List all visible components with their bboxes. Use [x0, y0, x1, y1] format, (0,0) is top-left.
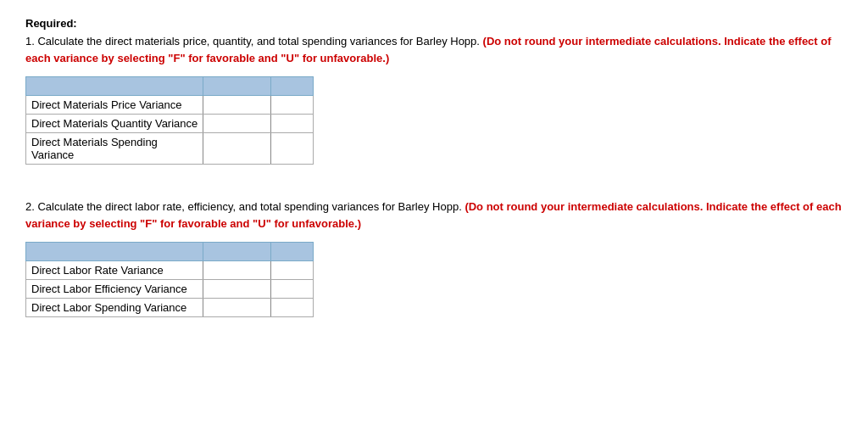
section1-header-row	[26, 77, 314, 96]
direct-materials-quantity-label: Direct Materials Quantity Variance	[26, 115, 203, 133]
section1-header-col2	[203, 77, 271, 96]
direct-labor-efficiency-value[interactable]	[203, 280, 271, 299]
direct-labor-rate-value[interactable]	[203, 261, 271, 280]
section2-header-row	[26, 243, 314, 261]
direct-materials-spending-value[interactable]	[203, 133, 271, 165]
direct-materials-price-label: Direct Materials Price Variance	[26, 96, 203, 115]
section1-instruction-prefix: 1. Calculate the direct materials price,…	[25, 35, 480, 48]
section2-header-col3	[271, 243, 314, 261]
direct-materials-spending-label: Direct Materials Spending Variance	[26, 133, 203, 165]
table-row: Direct Materials Quantity Variance	[26, 115, 314, 133]
section2-header-col2	[203, 243, 271, 261]
table-row: Direct Labor Spending Variance	[26, 299, 314, 317]
direct-labor-efficiency-label: Direct Labor Efficiency Variance	[26, 280, 203, 299]
direct-labor-spending-effect[interactable]	[271, 299, 314, 317]
section2-instruction-prefix: 2. Calculate the direct labor rate, effi…	[25, 200, 462, 213]
table-row: Direct Materials Spending Variance	[26, 133, 314, 165]
direct-labor-efficiency-effect[interactable]	[271, 280, 314, 299]
direct-labor-spending-value[interactable]	[203, 299, 271, 317]
required-label: Required:	[25, 17, 843, 30]
table-row: Direct Labor Rate Variance	[26, 261, 314, 280]
direct-materials-price-value[interactable]	[203, 96, 271, 115]
section2-instruction: 2. Calculate the direct labor rate, effi…	[25, 199, 843, 232]
direct-materials-quantity-value[interactable]	[203, 115, 271, 133]
direct-labor-rate-label: Direct Labor Rate Variance	[26, 261, 203, 280]
direct-materials-quantity-effect[interactable]	[271, 115, 314, 133]
section1-instruction: 1. Calculate the direct materials price,…	[25, 33, 843, 66]
table-row: Direct Materials Price Variance	[26, 96, 314, 115]
section2-table: Direct Labor Rate Variance Direct Labor …	[25, 242, 314, 317]
direct-labor-rate-effect[interactable]	[271, 261, 314, 280]
direct-materials-price-effect[interactable]	[271, 96, 314, 115]
section1-header-col3	[271, 77, 314, 96]
table-row: Direct Labor Efficiency Variance	[26, 280, 314, 299]
section1-table: Direct Materials Price Variance Direct M…	[25, 76, 314, 165]
section2-header-col1	[26, 243, 203, 261]
direct-labor-spending-label: Direct Labor Spending Variance	[26, 299, 203, 317]
direct-materials-spending-effect[interactable]	[271, 133, 314, 165]
section1-header-col1	[26, 77, 203, 96]
